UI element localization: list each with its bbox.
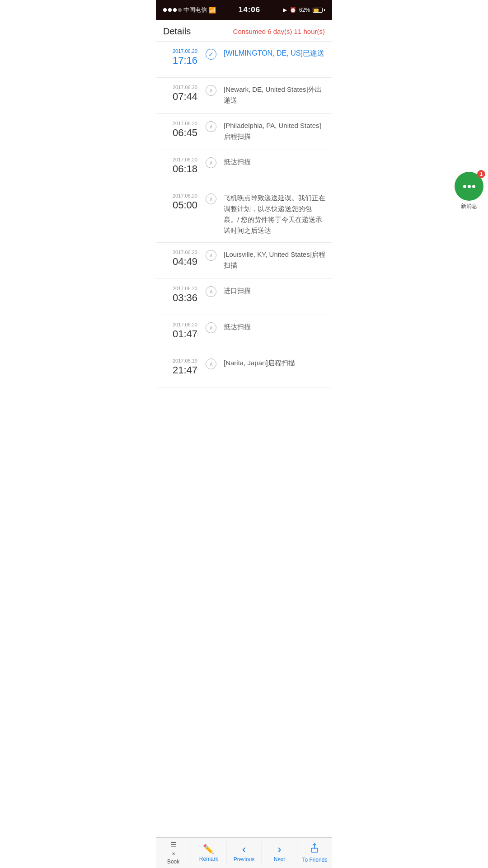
alarm-icon: ⏰ bbox=[290, 7, 296, 13]
dot-3 bbox=[173, 8, 177, 12]
battery-indicator bbox=[313, 8, 325, 13]
icon-col-4: ∧ bbox=[201, 186, 221, 242]
battery-fill bbox=[314, 9, 319, 12]
status-time: 14:06 bbox=[239, 5, 260, 14]
clock-6: 03:36 bbox=[173, 292, 197, 304]
content-7: 抵达扫描 bbox=[221, 315, 332, 351]
clock-0: 17:16 bbox=[173, 55, 197, 66]
date-1: 2017.06.20 bbox=[173, 84, 197, 91]
consumed-status: Consumed 6 day(s) 11 hour(s) bbox=[233, 28, 325, 35]
timeline-item-4: 2017.06.20 05:00 ∧ 飞机晚点导致递送延误。我们正在调整计划，以… bbox=[156, 186, 332, 243]
clock-1: 07:44 bbox=[173, 91, 197, 103]
content-0: [WILMINGTON, DE, US]已递送 bbox=[221, 42, 332, 77]
time-col-0: 2017.06.20 17:16 bbox=[156, 42, 201, 77]
timeline-item-0: 2017.06.20 17:16 ✓ [WILMINGTON, DE, US]已… bbox=[156, 42, 332, 78]
icon-col-5: ∧ bbox=[201, 243, 221, 278]
status-icon-8: ∧ bbox=[206, 359, 216, 369]
timeline-item-3: 2017.06.20 06:18 ∧ 抵达扫描 bbox=[156, 150, 332, 186]
status-right: ▶ ⏰ 62% bbox=[283, 7, 325, 13]
status-bar: 中国电信 📶 14:06 ▶ ⏰ 62% bbox=[156, 0, 332, 20]
status-icon-1: ∧ bbox=[206, 85, 216, 96]
wifi-icon: 📶 bbox=[209, 7, 216, 14]
content-5: [Louisville, KY, United States]启程扫描 bbox=[221, 243, 332, 278]
location-icon: ▶ bbox=[283, 7, 287, 13]
time-col-2: 2017.06.20 06:45 bbox=[156, 114, 201, 150]
status-icon-2: ∧ bbox=[206, 121, 216, 132]
time-col-3: 2017.06.20 06:18 bbox=[156, 150, 201, 186]
icon-col-7: ∧ bbox=[201, 315, 221, 351]
date-7: 2017.06.20 bbox=[173, 321, 197, 328]
clock-2: 06:45 bbox=[173, 127, 197, 139]
content-3: 抵达扫描 bbox=[221, 150, 332, 186]
carrier-label: 中国电信 bbox=[183, 6, 207, 14]
clock-8: 21:47 bbox=[173, 364, 197, 376]
status-icon-5: ∧ bbox=[206, 250, 216, 261]
date-4: 2017.06.20 bbox=[173, 193, 197, 199]
clock-4: 05:00 bbox=[173, 199, 197, 211]
date-2: 2017.06.20 bbox=[173, 120, 197, 127]
battery-box bbox=[313, 8, 323, 13]
content-2: [Philadelphia, PA, United States]启程扫描 bbox=[221, 114, 332, 150]
timeline-item-2: 2017.06.20 06:45 ∧ [Philadelphia, PA, Un… bbox=[156, 114, 332, 150]
date-6: 2017.06.20 bbox=[173, 285, 197, 292]
time-col-6: 2017.06.20 03:36 bbox=[156, 279, 201, 315]
timeline: 2017.06.20 17:16 ✓ [WILMINGTON, DE, US]已… bbox=[156, 42, 332, 387]
date-5: 2017.06.20 bbox=[173, 249, 197, 256]
dot-1 bbox=[163, 8, 167, 12]
time-col-4: 2017.06.20 05:00 bbox=[156, 186, 201, 242]
icon-col-2: ∧ bbox=[201, 114, 221, 150]
icon-col-1: ∧ bbox=[201, 78, 221, 113]
status-icon-7: ∧ bbox=[206, 322, 216, 333]
icon-col-8: ∧ bbox=[201, 351, 221, 387]
dot-4 bbox=[178, 8, 182, 12]
icon-col-3: ∧ bbox=[201, 150, 221, 186]
battery-percent: 62% bbox=[299, 7, 310, 13]
content-6: 进口扫描 bbox=[221, 279, 332, 315]
timeline-item-1: 2017.06.20 07:44 ∧ [Newark, DE, United S… bbox=[156, 78, 332, 114]
clock-5: 04:49 bbox=[173, 256, 197, 268]
timeline-item-7: 2017.06.20 01:47 ∧ 抵达扫描 bbox=[156, 315, 332, 351]
time-col-1: 2017.06.20 07:44 bbox=[156, 78, 201, 113]
time-col-7: 2017.06.20 01:47 bbox=[156, 315, 201, 351]
clock-3: 06:18 bbox=[173, 163, 197, 175]
signal-dots bbox=[163, 8, 182, 12]
page-title: Details bbox=[163, 26, 191, 37]
time-col-5: 2017.06.20 04:49 bbox=[156, 243, 201, 278]
timeline-item-8: 2017.06.19 21:47 ∧ [Narita, Japan]启程扫描 bbox=[156, 351, 332, 387]
clock-7: 01:47 bbox=[173, 328, 197, 340]
time-col-8: 2017.06.19 21:47 bbox=[156, 351, 201, 387]
icon-col-0: ✓ bbox=[201, 42, 221, 77]
status-icon-6: ∧ bbox=[206, 286, 216, 297]
dot-2 bbox=[168, 8, 172, 12]
battery-tip bbox=[324, 9, 325, 11]
content-1: [Newark, DE, United States]外出递送 bbox=[221, 78, 332, 113]
bottom-space bbox=[156, 387, 332, 424]
content-4: 飞机晚点导致递送延误。我们正在调整计划，以尽快递送您的包裹。/ 您的货件将于今天… bbox=[221, 186, 332, 242]
timeline-item-6: 2017.06.20 03:36 ∧ 进口扫描 bbox=[156, 279, 332, 315]
timeline-item-5: 2017.06.20 04:49 ∧ [Louisville, KY, Unit… bbox=[156, 243, 332, 279]
delivered-icon: ✓ bbox=[206, 49, 216, 60]
date-0: 2017.06.20 bbox=[173, 48, 197, 55]
header: Details Consumed 6 day(s) 11 hour(s) bbox=[156, 20, 332, 42]
status-left: 中国电信 📶 bbox=[163, 6, 216, 14]
date-3: 2017.06.20 bbox=[173, 156, 197, 163]
icon-col-6: ∧ bbox=[201, 279, 221, 315]
status-icon-3: ∧ bbox=[206, 157, 216, 168]
content-8: [Narita, Japan]启程扫描 bbox=[221, 351, 332, 387]
status-icon-4: ∧ bbox=[206, 193, 216, 204]
date-8: 2017.06.19 bbox=[173, 358, 197, 364]
